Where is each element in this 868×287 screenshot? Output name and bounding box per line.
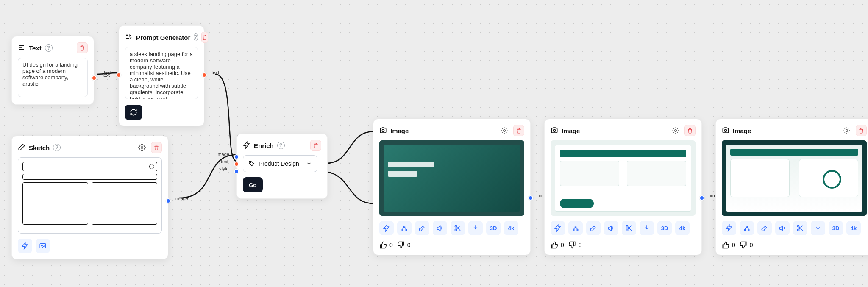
downvote-button[interactable]: 0 xyxy=(568,241,582,249)
announce-tool[interactable] xyxy=(433,221,447,235)
port-out-text[interactable] xyxy=(92,75,97,81)
port-in-text[interactable] xyxy=(234,162,239,167)
prompt-icon xyxy=(125,33,133,42)
variations-tool[interactable] xyxy=(740,221,754,235)
delete-button[interactable] xyxy=(856,125,867,136)
downvote-button[interactable]: 0 xyxy=(397,241,411,249)
bolt-tool[interactable] xyxy=(379,221,394,235)
svg-point-18 xyxy=(724,129,726,131)
upvote-button[interactable]: 0 xyxy=(551,241,564,249)
upvote-button[interactable]: 0 xyxy=(379,241,393,249)
regenerate-button[interactable] xyxy=(125,105,142,120)
downvote-button[interactable]: 0 xyxy=(740,241,753,249)
variations-tool[interactable] xyxy=(568,221,583,235)
svg-point-6 xyxy=(402,229,403,231)
port-in-text[interactable] xyxy=(116,72,121,78)
svg-point-2 xyxy=(41,245,42,246)
port-out-text[interactable] xyxy=(202,72,207,78)
brush-tool[interactable] xyxy=(415,221,429,235)
settings-button[interactable] xyxy=(841,125,852,136)
image-node: Image 3D 4k 0 0 image xyxy=(373,119,531,255)
svg-point-5 xyxy=(504,130,506,132)
3d-badge[interactable]: 3D xyxy=(657,221,672,235)
delete-button[interactable] xyxy=(77,42,88,53)
3d-badge[interactable]: 3D xyxy=(486,221,501,235)
image-node: Image 3D 4k 0 0 image xyxy=(715,119,868,255)
delete-button[interactable] xyxy=(151,142,162,153)
port-in-style[interactable] xyxy=(234,169,239,174)
bolt-tool[interactable] xyxy=(722,221,736,235)
prompt-textarea[interactable] xyxy=(125,47,198,99)
scissors-tool[interactable] xyxy=(793,221,807,235)
svg-point-15 xyxy=(577,229,578,231)
4k-badge[interactable]: 4k xyxy=(846,221,861,235)
settings-button[interactable] xyxy=(670,125,681,136)
tag-icon xyxy=(248,160,255,167)
variations-tool[interactable] xyxy=(397,221,412,235)
download-tool[interactable] xyxy=(468,221,483,235)
bolt-tool[interactable] xyxy=(551,221,565,235)
port-in-text-label: text xyxy=(104,70,111,75)
image-node: Image 3D 4k 0 0 image xyxy=(544,119,702,255)
delete-button[interactable] xyxy=(513,125,524,136)
upvote-count: 0 xyxy=(389,242,393,248)
port-out-image[interactable] xyxy=(166,198,171,203)
image-preview[interactable] xyxy=(379,140,524,216)
settings-button[interactable] xyxy=(136,142,147,153)
svg-point-0 xyxy=(141,147,143,149)
brush-tool[interactable] xyxy=(757,221,772,235)
svg-point-3 xyxy=(250,162,251,163)
go-button[interactable]: Go xyxy=(243,177,263,192)
svg-point-23 xyxy=(797,225,799,227)
settings-button[interactable] xyxy=(499,125,510,136)
image-tool[interactable] xyxy=(36,239,50,253)
svg-point-19 xyxy=(846,130,848,132)
svg-point-12 xyxy=(675,130,677,132)
scissors-tool[interactable] xyxy=(622,221,636,235)
image-preview[interactable] xyxy=(722,140,867,216)
image-node-title: Image xyxy=(562,127,580,134)
svg-point-24 xyxy=(797,229,799,231)
upvote-count: 0 xyxy=(561,242,564,248)
enrich-node: Enrich ? Product Design Go image text st… xyxy=(236,134,328,199)
brush-tool[interactable] xyxy=(586,221,601,235)
delete-button[interactable] xyxy=(684,125,696,136)
3d-badge[interactable]: 3D xyxy=(829,221,843,235)
sketch-canvas[interactable] xyxy=(18,157,162,234)
download-tool[interactable] xyxy=(640,221,654,235)
announce-tool[interactable] xyxy=(775,221,790,235)
style-select[interactable]: Product Design xyxy=(243,155,317,172)
delete-button[interactable] xyxy=(201,32,208,43)
help-icon[interactable]: ? xyxy=(45,44,53,52)
text-input[interactable] xyxy=(18,58,88,97)
upvote-button[interactable]: 0 xyxy=(722,241,735,249)
delete-button[interactable] xyxy=(310,140,321,151)
svg-point-13 xyxy=(573,229,574,231)
port-out-text-label: text xyxy=(211,70,219,75)
4k-badge[interactable]: 4k xyxy=(675,221,690,235)
svg-point-10 xyxy=(455,229,457,231)
sketch-node: Sketch ? image xyxy=(11,136,168,259)
sketch-node-title: Sketch xyxy=(29,144,50,151)
camera-icon xyxy=(379,126,387,135)
port-out-image-label: image xyxy=(175,196,188,201)
svg-point-8 xyxy=(406,229,407,231)
camera-icon xyxy=(551,126,558,135)
help-icon[interactable]: ? xyxy=(277,142,285,149)
4k-badge[interactable]: 4k xyxy=(504,221,518,235)
text-node-title: Text xyxy=(29,45,42,52)
announce-tool[interactable] xyxy=(604,221,618,235)
help-icon[interactable]: ? xyxy=(194,33,198,41)
help-icon[interactable]: ? xyxy=(53,144,61,151)
enrich-node-title: Enrich xyxy=(254,142,274,149)
prompt-generator-node: Prompt Generator ? text text xyxy=(119,25,204,126)
port-out-image[interactable] xyxy=(699,195,704,201)
bolt-tool[interactable] xyxy=(18,239,32,253)
port-in-image[interactable] xyxy=(234,154,239,159)
image-preview[interactable] xyxy=(551,140,696,216)
image-node-title: Image xyxy=(733,127,751,134)
download-tool[interactable] xyxy=(811,221,825,235)
scissors-tool[interactable] xyxy=(451,221,465,235)
text-node: Text ? text xyxy=(11,36,94,105)
port-out-image[interactable] xyxy=(528,195,533,201)
